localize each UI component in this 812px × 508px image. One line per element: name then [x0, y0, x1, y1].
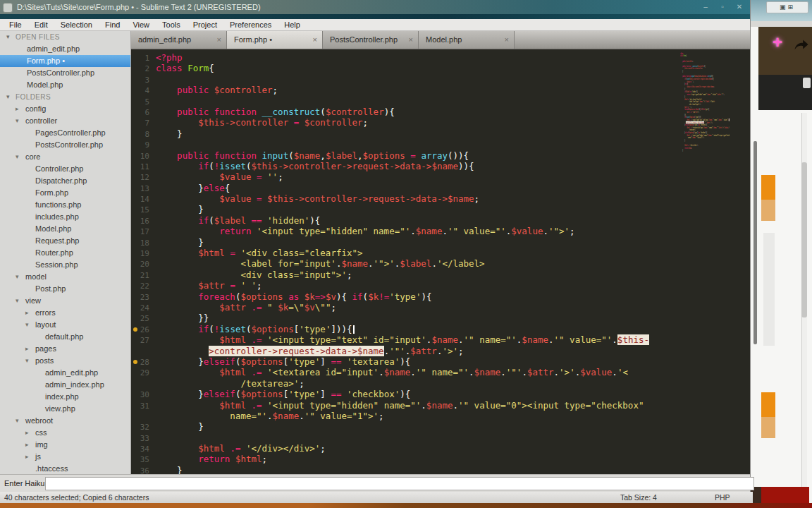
share-arrow-icon[interactable]: [794, 38, 809, 51]
tree-item-layout[interactable]: ▾layout: [0, 319, 130, 331]
minimize-icon[interactable]: –: [699, 0, 712, 14]
tree-item-request-php[interactable]: Request.php: [0, 235, 130, 247]
close-icon[interactable]: ×: [217, 31, 221, 49]
close-icon[interactable]: ×: [313, 31, 317, 49]
tree-item-session-php[interactable]: Session.php: [0, 259, 130, 271]
code-line[interactable]: 9: [131, 139, 750, 150]
code-line[interactable]: 1<?php: [131, 52, 750, 63]
code-line[interactable]: 24 $attr .= " $k=\"$v\"";: [131, 302, 750, 313]
code-line[interactable]: 10 public function input($name,$label,$o…: [131, 150, 750, 161]
tree-item-posts[interactable]: ▾posts: [0, 355, 130, 367]
tree-item-controller[interactable]: ▾controller: [0, 115, 130, 127]
code-line[interactable]: 7 $this->controller = $controller;: [131, 117, 750, 128]
code-line[interactable]: 30 }elseif($options['type'] == 'checkbox…: [131, 389, 750, 399]
minimap[interactable]: <?phpclass Form{ public $controller; pub…: [680, 52, 730, 471]
menu-item-help[interactable]: Help: [278, 19, 307, 30]
tab-model-php[interactable]: Model.php×: [419, 31, 515, 49]
code-line[interactable]: >controller->request->data->$name.'"'.$a…: [131, 346, 750, 356]
close-icon[interactable]: ✕: [733, 0, 746, 14]
code-line[interactable]: 32 }: [131, 421, 750, 432]
close-icon[interactable]: ×: [505, 31, 509, 49]
code-line[interactable]: 36 }: [131, 465, 750, 474]
open-file-admin-edit-php[interactable]: admin_edit.php: [0, 43, 130, 55]
code-line[interactable]: 22 $attr = ' ';: [131, 280, 750, 291]
tree-item-dispatcher-php[interactable]: Dispatcher.php: [0, 175, 130, 187]
open-file-postscontroller-php[interactable]: PostsController.php: [0, 67, 130, 79]
code-line[interactable]: 21 <div class="input">';: [131, 270, 750, 280]
tree-item-form-php[interactable]: Form.php: [0, 187, 130, 199]
tree-item-pagescontroller-php[interactable]: PagesController.php: [0, 127, 130, 139]
code-line[interactable]: 11 if(!isset($this->controller->request-…: [131, 161, 750, 171]
code-line[interactable]: 12 $value = '';: [131, 171, 750, 182]
menu-item-preferences[interactable]: Preferences: [223, 19, 278, 30]
code-line[interactable]: 5: [131, 96, 750, 107]
tree-item-default-php[interactable]: default.php: [0, 331, 130, 343]
tree-item-css[interactable]: ▸css: [0, 427, 130, 439]
code-line[interactable]: 25 }}: [131, 313, 750, 323]
menu-item-edit[interactable]: Edit: [28, 19, 54, 30]
code-line[interactable]: 16 if($label == 'hidden'){: [131, 215, 750, 226]
tree-item-index-php[interactable]: index.php: [0, 391, 130, 403]
tree-item-functions-php[interactable]: functions.php: [0, 199, 130, 211]
code-line[interactable]: 15 }: [131, 204, 750, 214]
tab-admin-edit-php[interactable]: admin_edit.php×: [131, 31, 227, 49]
tree-item-config[interactable]: ▸config: [0, 103, 130, 115]
code-line[interactable]: 27 $html .= '<input type="text" id="inpu…: [131, 334, 750, 345]
code-line[interactable]: 23 foreach($options as $k=>$v){ if($k!='…: [131, 291, 750, 302]
tree-item-view[interactable]: ▾view: [0, 295, 130, 307]
code-line[interactable]: 35 return $html;: [131, 454, 750, 464]
background-scroll-button[interactable]: [803, 78, 811, 88]
code-line[interactable]: 31 $html .= '<input type="hidden" name="…: [131, 400, 750, 411]
tree-item-view-php[interactable]: view.php: [0, 403, 130, 415]
tree-item-pages[interactable]: ▸pages: [0, 343, 130, 355]
scrollbar-thumb[interactable]: [753, 141, 757, 344]
code-line[interactable]: 3: [131, 74, 750, 85]
tree-item-postscontroller-php[interactable]: PostsController.php: [0, 139, 130, 151]
code-line[interactable]: 8 }: [131, 128, 750, 139]
menu-item-view[interactable]: View: [126, 19, 156, 30]
tree-item-htaccess[interactable]: .htaccess: [0, 463, 130, 474]
menu-item-file[interactable]: File: [3, 19, 28, 30]
code-line[interactable]: 20 <label for="input'.$name.'">'.$label.…: [131, 258, 750, 269]
code-line[interactable]: name="'.$name.'" value="1">';: [131, 411, 750, 421]
scrollbar-thumb[interactable]: [801, 162, 807, 318]
tree-item-errors[interactable]: ▸errors: [0, 307, 130, 319]
code-line[interactable]: 19 $html = '<div class="clearfix">: [131, 248, 750, 258]
tree-item-webroot[interactable]: ▾webroot: [0, 415, 130, 427]
open-file-model-php[interactable]: Model.php: [0, 79, 130, 91]
syntax-indicator[interactable]: PHP: [715, 493, 730, 502]
code-line[interactable]: 6 public function __construct($controlle…: [131, 107, 750, 117]
menu-item-find[interactable]: Find: [99, 19, 126, 30]
menu-item-tools[interactable]: Tools: [156, 19, 187, 30]
close-icon[interactable]: ×: [409, 31, 413, 49]
code-line[interactable]: 26 if(!isset($options['type'])){: [131, 324, 750, 334]
tree-item-post-php[interactable]: Post.php: [0, 283, 130, 295]
tab-size-indicator[interactable]: Tab Size: 4: [620, 493, 657, 502]
folders-header[interactable]: ▾ FOLDERS: [0, 91, 130, 103]
tree-item-router-php[interactable]: Router.php: [0, 247, 130, 259]
tab-form-php[interactable]: Form.php •×: [227, 31, 323, 49]
code-line[interactable]: 2class Form{: [131, 63, 750, 73]
tree-item-js[interactable]: ▸js: [0, 451, 130, 463]
code-line[interactable]: 29 $html .= '<textarea id="input'.$name.…: [131, 367, 750, 377]
tree-item-img[interactable]: ▸img: [0, 439, 130, 451]
tree-item-core[interactable]: ▾core: [0, 151, 130, 163]
code-line[interactable]: 28 }elseif($options['type'] == 'textarea…: [131, 356, 750, 367]
code-line[interactable]: 33: [131, 433, 750, 443]
open-files-header[interactable]: ▾ OPEN FILES: [0, 31, 130, 43]
tree-item-model-php[interactable]: Model.php: [0, 223, 130, 235]
code-editor[interactable]: 1<?php2class Form{34 public $controller;…: [131, 49, 750, 474]
tree-item-controller-php[interactable]: Controller.php: [0, 163, 130, 175]
menu-item-project[interactable]: Project: [187, 19, 223, 30]
menu-item-selection[interactable]: Selection: [54, 19, 99, 30]
tree-item-model[interactable]: ▾model: [0, 271, 130, 283]
open-file-form-php[interactable]: Form.php •: [0, 55, 130, 67]
code-line[interactable]: 13 }else{: [131, 183, 750, 193]
haiku-input[interactable]: [45, 477, 754, 490]
tab-postscontroller-php[interactable]: PostsController.php×: [323, 31, 419, 49]
maximize-icon[interactable]: ▫: [716, 0, 729, 14]
code-line[interactable]: 4 public $controller;: [131, 85, 750, 95]
code-line[interactable]: 17 return '<input type="hidden" name="'.…: [131, 226, 750, 236]
tree-item-includes-php[interactable]: includes.php: [0, 211, 130, 223]
code-line[interactable]: 34 $html .= '</div></div>';: [131, 443, 750, 454]
